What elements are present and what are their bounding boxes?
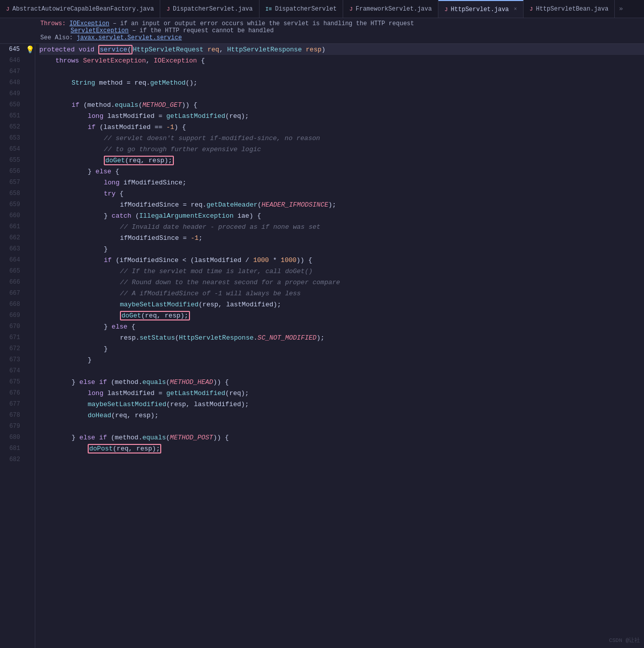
kw-if-652: if — [88, 123, 96, 131]
code-line-678: doHead(req, resp); — [39, 410, 644, 421]
line-num-647: 647 — [0, 68, 25, 75]
line-num-681: 681 — [0, 445, 25, 452]
exc-servlet: ServletException — [83, 57, 146, 64]
line-num-672: 672 — [0, 345, 25, 352]
kw-try: try — [104, 190, 115, 198]
fn-equals-650: equals — [115, 101, 139, 109]
see-link[interactable]: javax.servlet.Servlet.service — [77, 34, 182, 41]
line-num-661: 661 — [0, 223, 25, 230]
line-num-682: 682 — [0, 456, 25, 463]
gutter-row-647: 647 — [0, 66, 35, 77]
code-line-652: if (lastModified == -1) { — [39, 121, 644, 133]
bulb-icon[interactable]: 💡 — [25, 45, 35, 54]
num-1000-1: 1000 — [253, 256, 269, 264]
code-line-661: // Invalid date header - proceed as if n… — [39, 221, 644, 232]
tab-framework[interactable]: J FrameworkServlet.java — [343, 0, 438, 18]
line-num-660: 660 — [0, 212, 25, 219]
fn-service: service — [100, 46, 127, 53]
fn-equals-675: equals — [142, 378, 166, 386]
gutter-row-675: 675 — [0, 376, 35, 387]
see-also-label: See Also: — [40, 34, 73, 41]
line-num-648: 648 — [0, 79, 25, 86]
code-line-667: // A ifModifiedSince of -1 will always b… — [39, 288, 644, 299]
fn-getlastmodified-2: getLastModified — [166, 390, 225, 397]
gutter-row-670: 670 — [0, 321, 35, 332]
highlight-dopost: doPost(req, resp); — [88, 444, 161, 453]
line-num-657: 657 — [0, 179, 25, 186]
code-line-654: // to go through further expensive logic — [39, 144, 644, 155]
gutter-row-649: 649 — [0, 88, 35, 99]
line-num-646: 646 — [0, 57, 25, 64]
kw-long-657: long — [104, 179, 119, 186]
fn-maybesetlast: maybeSetLastModified — [120, 301, 199, 308]
fn-getlastmodified: getLastModified — [166, 112, 225, 120]
line-num-645: 645 — [0, 46, 25, 53]
kw-else-670: else — [112, 323, 127, 331]
line-num-679: 679 — [0, 423, 25, 430]
fn-doget-1: doGet — [105, 157, 125, 164]
throws-ioexception[interactable]: IOException — [70, 20, 109, 27]
code-line-676: long lastModified = getLastModified(req)… — [39, 387, 644, 399]
code-line-659: ifModifiedSince = req.getDateHeader(HEAD… — [39, 199, 644, 210]
code-line-648: String method = req.getMethod(); — [39, 77, 644, 88]
line-num-675: 675 — [0, 378, 25, 385]
tab-httpservlet[interactable]: J HttpServlet.java × — [438, 0, 524, 18]
code-line-672: } — [39, 343, 644, 354]
code-line-663: } — [39, 243, 644, 254]
gutter-row-660: 660 — [0, 210, 35, 221]
gutter: 645 💡 646 647 648 649 650 651 652 653 65… — [0, 44, 35, 648]
code-line-649 — [39, 88, 644, 99]
type-httpservletreq: HttpServletRequest — [133, 46, 203, 53]
line-num-673: 673 — [0, 356, 25, 363]
kw-long-676: long — [88, 390, 103, 397]
code-line-681: doPost(req, resp); — [39, 443, 644, 454]
tab-dispatcher[interactable]: I≡ DispatcherServlet — [260, 0, 344, 18]
tab-dispatcher-java[interactable]: J DispatcherServlet.java — [160, 0, 259, 18]
tab-label-2: DispatcherServlet.java — [173, 6, 252, 13]
code-line-653: // servlet doesn't support if-modified-s… — [39, 133, 644, 144]
tab-httpservletbean[interactable]: J HttpServletBean.java — [524, 0, 615, 18]
comment-667: // A ifModifiedSince of -1 will always b… — [120, 290, 301, 297]
code-line-668: maybeSetLastModified(resp, lastModified)… — [39, 299, 644, 310]
code-line-660: } catch (IllegalArgumentException iae) { — [39, 210, 644, 221]
type-httpservletresponse: HttpServletResponse — [179, 334, 253, 342]
fn-getmethod: getMethod — [150, 79, 185, 87]
watermark: CSDN @让社 — [609, 636, 640, 644]
java-icon-4: J — [349, 6, 353, 12]
tab-abstract[interactable]: J AbstractAutowireCapableBeanFactory.jav… — [0, 0, 160, 18]
info-area: Throws: IOException – if an input or out… — [0, 18, 644, 44]
fn-equals-680: equals — [142, 434, 166, 441]
gutter-row-652: 652 — [0, 121, 35, 133]
line-num-654: 654 — [0, 146, 25, 153]
kw-if-680: if — [99, 434, 107, 441]
comment-654: // to go through further expensive logic — [104, 146, 261, 153]
code-line-679 — [39, 421, 644, 432]
type-httpservletresp: HttpServletResponse — [227, 46, 302, 53]
gutter-row-657: 657 — [0, 177, 35, 188]
gutter-row-672: 672 — [0, 343, 35, 354]
line-num-649: 649 — [0, 90, 25, 97]
gutter-row-674: 674 — [0, 365, 35, 376]
kw-if-664: if — [104, 256, 112, 264]
code-content[interactable]: protected void service(HttpServletReques… — [35, 44, 644, 648]
gutter-row-671: 671 — [0, 332, 35, 343]
code-line-650: if (method.equals(METHOD_GET)) { — [39, 99, 644, 110]
line-num-671: 671 — [0, 334, 25, 341]
gutter-row-681: 681 — [0, 443, 35, 454]
param-resp: resp — [306, 46, 321, 53]
java-icon-2: J — [166, 6, 170, 12]
line-num-650: 650 — [0, 101, 25, 108]
throws-servletexception[interactable]: ServletException — [71, 27, 128, 34]
code-line-665: // If the servlet mod time is later, cal… — [39, 266, 644, 277]
kw-protected: protected — [39, 46, 75, 53]
code-line-662: ifModifiedSince = -1; — [39, 232, 644, 243]
gutter-row-648: 648 — [0, 77, 35, 88]
tab-overflow[interactable]: » — [615, 0, 627, 18]
tab-close-5[interactable]: × — [514, 7, 517, 12]
line-num-668: 668 — [0, 301, 25, 308]
line-num-665: 665 — [0, 268, 25, 275]
fn-maybesetlast-2: maybeSetLastModified — [88, 401, 166, 408]
code-line-647 — [39, 66, 644, 77]
gutter-row-678: 678 — [0, 410, 35, 421]
kw-else-680: else — [80, 434, 95, 441]
